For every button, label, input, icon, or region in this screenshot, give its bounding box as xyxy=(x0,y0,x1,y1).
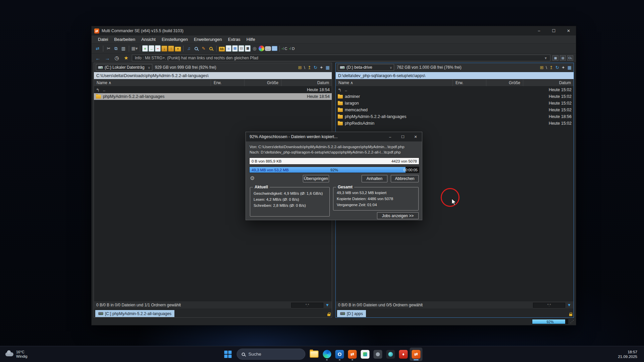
file-row[interactable]: phpRedisAdminHeute 15:02 xyxy=(336,120,574,127)
info-combobox[interactable]: Info : Mit STRG+. (Punkt) hat man links … xyxy=(132,55,550,61)
tools-icon[interactable]: ✦ xyxy=(320,65,323,70)
lock-icon[interactable] xyxy=(569,314,572,316)
folder-up-icon[interactable]: ↥ xyxy=(308,65,311,70)
notes-icon[interactable]: ≣ xyxy=(245,45,251,52)
dialog-title-bar[interactable]: 92% Abgeschlossen - Dateien werden kopie… xyxy=(246,132,422,141)
menu-hilfe[interactable]: Hilfe xyxy=(244,36,258,43)
resize-grip[interactable]: ⋰ xyxy=(570,319,574,324)
menu-extras[interactable]: Extras xyxy=(225,36,244,43)
gear-icon[interactable]: ⚙ xyxy=(250,175,255,181)
dialog-close-button[interactable]: ✕ xyxy=(409,132,422,141)
left-tab[interactable]: [C:] phpMyAdmin-5.2.2-all-languages xyxy=(95,310,174,317)
burn-icon[interactable]: ◎ xyxy=(251,45,258,52)
minimize-button[interactable]: – xyxy=(532,26,546,36)
menu-bearbeiten[interactable]: Bearbeiten xyxy=(111,36,138,43)
pack-icon[interactable]: ↓ xyxy=(161,46,167,52)
folder-up-icon[interactable]: ↥ xyxy=(549,65,553,70)
cancel-button[interactable]: Abbrechen xyxy=(391,175,419,182)
paste-icon[interactable]: ▥ xyxy=(120,45,127,52)
multicommander-icon[interactable]: ⇄ xyxy=(346,348,359,361)
select-mode-icon[interactable]: ▦▾ xyxy=(131,45,138,52)
skip-button[interactable]: Überspringen xyxy=(303,175,329,182)
file-list-icon[interactable]: ⊟ xyxy=(238,45,244,52)
pause-button[interactable]: Anhalten xyxy=(362,175,387,182)
delete-file-icon[interactable]: − xyxy=(155,45,161,52)
back-button[interactable]: ← xyxy=(94,55,102,61)
root-icon[interactable]: \ xyxy=(304,65,305,70)
column-erw[interactable]: Erw. xyxy=(211,79,245,86)
unpack-icon[interactable]: ↑ xyxy=(168,46,174,52)
right-drive-selector[interactable]: (D:) beta-drive ∨ xyxy=(338,64,394,71)
cut-icon[interactable]: ✂ xyxy=(105,45,112,52)
multicommander-active-icon[interactable]: ⇄ xyxy=(410,348,423,361)
taskbar-clock[interactable]: 18:57 21.09.2025 xyxy=(618,350,637,359)
left-filter-box[interactable]: *.* xyxy=(291,303,323,308)
grid-icon[interactable]: ▦ xyxy=(568,65,572,70)
parent-dir-row[interactable]: ↰..Heute 18:54 xyxy=(94,86,332,93)
search-icon[interactable] xyxy=(208,45,214,52)
right-path-bar[interactable]: D:\delta\dev_php-sql\laragon-6-setup\etc… xyxy=(336,72,574,79)
column-date[interactable]: Datum xyxy=(281,79,332,86)
column-erw[interactable]: Erw. xyxy=(453,79,486,86)
commandline-icon[interactable]: CL xyxy=(567,55,573,61)
parent-dir-row[interactable]: ↰..Heute 15:02 xyxy=(336,86,574,93)
preview-icon[interactable] xyxy=(193,45,200,52)
rename-tool-icon[interactable]: ≡ xyxy=(226,45,231,52)
tree-icon[interactable]: ⊞ xyxy=(298,65,302,70)
file-row[interactable]: laragonHeute 15:02 xyxy=(336,100,574,107)
menu-erweiterungen[interactable]: Erweiterungen xyxy=(191,36,225,43)
file-row[interactable]: adminerHeute 15:02 xyxy=(336,93,574,100)
column-date[interactable]: Datum xyxy=(523,79,574,86)
colors-icon[interactable] xyxy=(259,46,264,51)
title-bar[interactable]: ⇄ Multi Commander SE (x64) v15.5 (build … xyxy=(92,26,576,36)
right-filter-box[interactable]: *.* xyxy=(533,303,565,308)
menu-ansicht[interactable]: Ansicht xyxy=(138,36,159,43)
column-size[interactable]: Größe xyxy=(486,79,523,86)
photos-icon[interactable] xyxy=(359,348,372,361)
app-teal-icon[interactable] xyxy=(384,348,397,361)
favorites-button[interactable]: ★ xyxy=(122,55,130,61)
taskbar-search[interactable]: Suche xyxy=(237,349,306,360)
filter-funnel-icon[interactable]: ▼ xyxy=(567,303,571,307)
copy-icon[interactable]: ⧉ xyxy=(113,45,119,52)
chevron-down-icon[interactable]: ▼ xyxy=(544,56,547,60)
maximize-button[interactable]: ☐ xyxy=(546,26,561,36)
new-file-icon[interactable]: + xyxy=(142,45,148,52)
refresh-icon[interactable]: ↻ xyxy=(555,65,559,70)
menu-datei[interactable]: Datei xyxy=(95,36,111,43)
drive-d-button[interactable]: D xyxy=(289,45,296,52)
drive-c-button[interactable]: C xyxy=(282,45,288,52)
dialog-maximize-button[interactable]: ☐ xyxy=(396,132,409,141)
show-jobs-button[interactable]: Jobs anzeigen >> xyxy=(377,212,419,219)
outlook-icon[interactable]: O xyxy=(333,348,346,361)
tools-icon[interactable]: ✦ xyxy=(561,65,565,70)
tree-icon[interactable]: ⊞ xyxy=(540,65,543,70)
filter-funnel-icon[interactable]: ▼ xyxy=(325,303,329,307)
file-row[interactable]: phpMyAdmin-5.2.2-all-languagesHeute 18:5… xyxy=(336,113,574,120)
root-icon[interactable]: \ xyxy=(546,65,547,70)
taskbar-weather-widget[interactable]: 16°C Windig xyxy=(5,350,28,359)
background-icon[interactable] xyxy=(272,46,277,51)
left-path-bar[interactable]: C:\Users\delta\Downloads\phpMyAdmin-5.2.… xyxy=(94,72,332,79)
forward-button[interactable]: → xyxy=(104,55,111,61)
right-tab[interactable]: [D:] apps xyxy=(337,310,366,317)
edge-icon[interactable] xyxy=(321,348,333,361)
file-row[interactable]: phpMyAdmin-5.2.2-all-languagesHeute 18:5… xyxy=(94,93,332,100)
refresh-icon[interactable]: ↻ xyxy=(314,65,317,70)
dialog-minimize-button[interactable]: – xyxy=(384,132,396,141)
views-icon[interactable]: ▦ xyxy=(552,55,558,61)
menu-einstellungen[interactable]: Einstellungen xyxy=(159,36,191,43)
file-row[interactable]: memcachedHeute 15:02 xyxy=(336,107,574,113)
new-folder-icon[interactable]: + xyxy=(175,47,181,52)
close-button[interactable]: ✕ xyxy=(561,26,576,36)
lock-icon[interactable] xyxy=(327,314,330,316)
camera-icon[interactable] xyxy=(372,348,384,361)
file-explorer-icon[interactable] xyxy=(308,348,321,361)
start-button[interactable] xyxy=(222,348,234,361)
comment-icon[interactable]: … xyxy=(265,46,271,51)
column-size[interactable]: Größe xyxy=(245,79,281,86)
app-red-icon[interactable]: ♦ xyxy=(397,348,410,361)
column-name[interactable]: Name ∧ xyxy=(336,79,453,86)
grid-icon[interactable]: ▦ xyxy=(326,65,330,70)
layout-icon[interactable]: ▤ xyxy=(560,55,566,61)
